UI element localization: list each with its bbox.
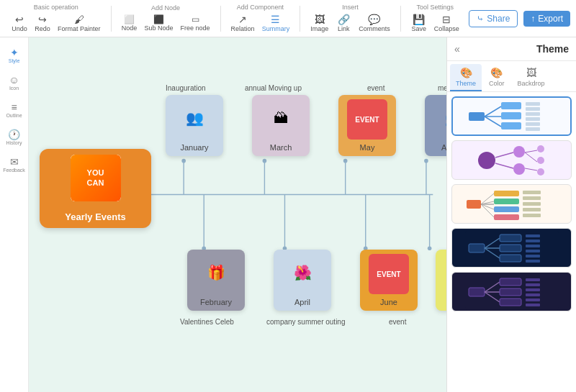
- tab-theme[interactable]: 🎨 Theme: [450, 64, 482, 91]
- backdrop-tab-icon: 🖼: [526, 67, 536, 78]
- tab-color[interactable]: 🎨 Color: [483, 64, 510, 91]
- sub-node-button[interactable]: ⬛ Sub Node: [142, 13, 176, 33]
- svg-point-10: [263, 159, 267, 163]
- node-november[interactable]: 🏃 Nov: [436, 250, 446, 311]
- node-february[interactable]: 🎁 February: [187, 250, 245, 311]
- panel-tabs: 🎨 Theme 🎨 Color 🖼 Backdrop: [447, 61, 576, 92]
- sidebar-item-feedback[interactable]: ✉ Feedback: [3, 152, 26, 176]
- feedback-icon: ✉: [10, 156, 19, 168]
- august-icon: 👥: [433, 98, 446, 138]
- poster-text-1: YOU: [87, 168, 104, 178]
- svg-rect-27: [526, 117, 540, 121]
- theme-thumb-5[interactable]: [451, 272, 572, 311]
- save-button[interactable]: 💾 Save: [408, 12, 430, 34]
- undo-button[interactable]: ↩ Undo: [9, 12, 30, 34]
- may-label: May: [360, 143, 375, 152]
- sub-node-label: Sub Node: [145, 24, 174, 32]
- annotation-may-event: event: [367, 84, 384, 92]
- theme-5-preview: [465, 275, 559, 309]
- node-april[interactable]: 🌺 April: [274, 250, 331, 311]
- comments-button[interactable]: 💬 Comments: [356, 12, 393, 34]
- save-label: Save: [411, 25, 426, 32]
- image-button[interactable]: 🖼 Image: [307, 12, 331, 34]
- theme-thumb-1[interactable]: [451, 96, 572, 136]
- node-january[interactable]: 👥 January: [166, 95, 223, 156]
- january-icon: 👥: [174, 98, 215, 138]
- may-event-bg: EVENT: [347, 99, 387, 140]
- style-icon: ✦: [10, 47, 19, 58]
- divider-2: [220, 6, 221, 32]
- svg-point-11: [343, 159, 348, 163]
- svg-rect-69: [526, 260, 540, 263]
- format-painter-button[interactable]: 🖌 Format Painter: [55, 12, 104, 34]
- sidebar-item-style[interactable]: ✦ Style: [3, 43, 26, 66]
- sidebar-item-outline[interactable]: ≡ Outline: [3, 98, 26, 121]
- svg-rect-43: [494, 191, 519, 196]
- panel-title: Theme: [536, 43, 569, 55]
- relation-icon: ↗: [238, 14, 247, 25]
- svg-rect-28: [526, 122, 540, 126]
- tab-backdrop[interactable]: 🖼 Backdrop: [512, 64, 551, 91]
- svg-point-12: [424, 159, 428, 163]
- april-label: April: [294, 298, 310, 306]
- svg-rect-24: [526, 102, 540, 106]
- node-august[interactable]: 👥 August: [425, 95, 446, 156]
- divider-3: [300, 6, 300, 32]
- export-button[interactable]: ↑ Export: [523, 11, 570, 27]
- svg-line-34: [495, 163, 513, 168]
- icon-icon: ☺: [9, 74, 19, 86]
- node-june[interactable]: EVENT June: [360, 250, 418, 311]
- you-can-poster: YOU CAN: [71, 155, 121, 201]
- node-march[interactable]: 🏔 March: [252, 95, 310, 156]
- history-icon: 🕐: [8, 129, 20, 140]
- right-panel: « Theme 🎨 Theme 🎨 Color 🖼 Backdrop: [446, 37, 576, 392]
- add-node-items: ⬜ Node ⬛ Sub Node ▭ Free node: [119, 13, 213, 33]
- march-icon: 🏔: [261, 98, 301, 138]
- node-may[interactable]: EVENT May: [338, 95, 396, 156]
- march-label: March: [270, 143, 292, 152]
- theme-1-preview: [465, 99, 559, 134]
- theme-thumb-2[interactable]: [451, 140, 572, 180]
- collapse-icon: ⊟: [442, 14, 451, 25]
- svg-rect-65: [526, 240, 540, 242]
- svg-rect-77: [500, 298, 521, 306]
- free-node-button[interactable]: ▭ Free node: [178, 13, 213, 33]
- june-event-badge: EVENT: [377, 270, 400, 278]
- free-node-icon: ▭: [192, 14, 199, 24]
- add-component-items: ↗ Relation ☰ Summary: [228, 12, 293, 34]
- annotation-summer: company summer outing: [266, 318, 346, 326]
- share-icon: ⤷: [477, 14, 484, 24]
- november-icon: 🏃: [439, 252, 447, 293]
- summary-button[interactable]: ☰ Summary: [259, 12, 293, 34]
- theme-4-preview: [465, 231, 559, 265]
- redo-button[interactable]: ↪ Redo: [32, 12, 53, 34]
- link-button[interactable]: 🔗 Link: [333, 12, 354, 34]
- svg-rect-64: [526, 234, 540, 237]
- node-button[interactable]: ⬜ Node: [119, 13, 140, 33]
- theme-thumb-4[interactable]: [451, 228, 572, 268]
- sidebar-item-icon[interactable]: ☺ Icon: [3, 70, 26, 94]
- collapse-button[interactable]: ⊟ Collapse: [431, 12, 462, 34]
- header-right: ⤷ Share ↑ Export: [469, 10, 570, 27]
- svg-rect-26: [526, 112, 540, 116]
- svg-rect-82: [526, 298, 540, 301]
- sub-node-icon: ⬛: [153, 14, 164, 24]
- panel-collapse-button[interactable]: «: [454, 43, 460, 55]
- sidebar-item-history[interactable]: 🕐 History: [3, 125, 26, 148]
- annotation-meeting: meeting: [438, 84, 446, 92]
- central-node[interactable]: YOU CAN Yearly Events: [40, 149, 151, 228]
- canvas[interactable]: YOU CAN Yearly Events 👥 January Inaugura…: [29, 37, 446, 392]
- svg-line-39: [525, 152, 537, 162]
- left-sidebar: ✦ Style ☺ Icon ≡ Outline 🕐 History ✉ Fee…: [0, 37, 29, 392]
- redo-label: Redo: [35, 25, 50, 32]
- history-label: History: [6, 140, 22, 145]
- add-component-label: Add Component: [237, 4, 284, 11]
- link-icon: 🔗: [338, 14, 350, 25]
- svg-line-38: [525, 150, 537, 152]
- svg-rect-29: [526, 127, 540, 131]
- theme-list: [447, 92, 576, 392]
- share-button[interactable]: ⤷ Share: [469, 10, 518, 27]
- collapse-label: Collapse: [434, 25, 459, 32]
- relation-button[interactable]: ↗ Relation: [228, 12, 258, 34]
- theme-thumb-3[interactable]: [451, 184, 572, 224]
